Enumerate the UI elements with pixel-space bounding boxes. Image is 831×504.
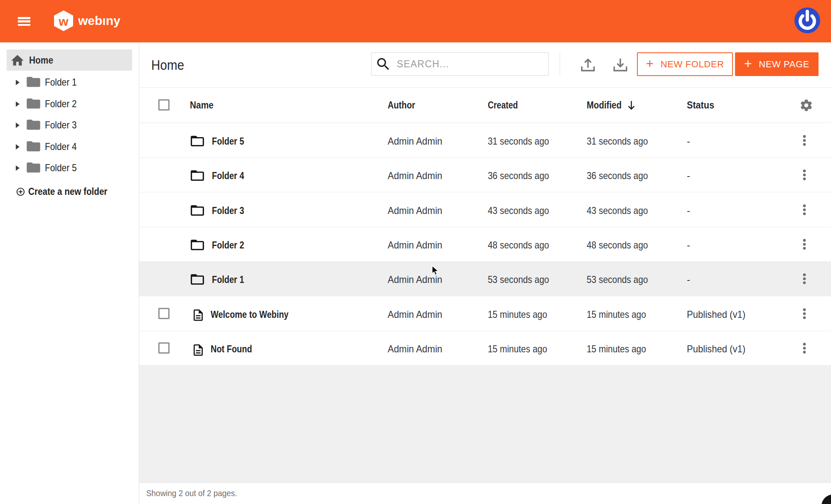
svg-text:w: w (58, 15, 69, 28)
